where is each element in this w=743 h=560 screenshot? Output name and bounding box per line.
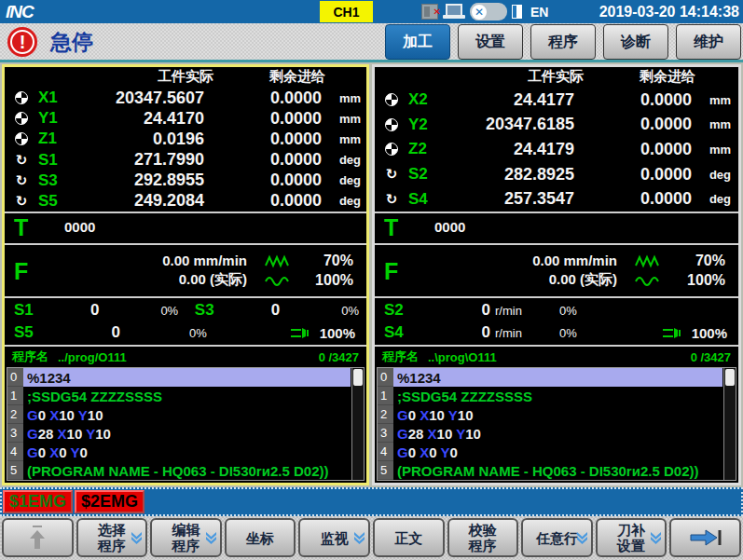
chevron-down-icon (205, 531, 217, 544)
rotary-axis-icon: ↻ (375, 191, 408, 208)
linear-axis-icon (5, 91, 38, 104)
spindle-override: 100% (290, 325, 359, 341)
axis-row-S4: ↻ S4 257.3547 0.0000 deg (375, 186, 733, 212)
axis-unit: deg (322, 173, 361, 187)
feed-override-icon (264, 254, 290, 268)
program-code-view[interactable]: 0 %1234 1 ;SSDG54 ZZZZSSSS 2 G0 X10 Y10 … (7, 367, 365, 481)
softkey-4[interactable]: 监视 (298, 518, 370, 557)
softkey-8[interactable]: 刀补 设置 (596, 518, 667, 557)
spindle-override: 100% (662, 325, 731, 341)
softkey-0[interactable] (2, 518, 74, 557)
line-number: 4 (378, 443, 393, 461)
axis-unit: mm (322, 132, 361, 146)
axis-name: S2 (408, 165, 453, 184)
spindle-load: 0% (134, 304, 178, 318)
axis-row-S1: ↻ S1 271.7990 0.0000 deg (5, 150, 361, 171)
program-scrollbar[interactable] (723, 368, 736, 480)
program-line-3[interactable]: 3 G28 X10 Y10 (378, 424, 736, 443)
close-capsule[interactable]: ✕ (470, 3, 507, 20)
spindle-load: 0% (533, 304, 577, 318)
channel-1-panel: 工件实际 剩余进给 X1 20347.5607 0.0000 mm Y1 24.… (2, 64, 369, 485)
next-page-icon (689, 528, 722, 547)
spindle-name: S1 (14, 301, 50, 320)
axis-remain-value: 0.0000 (204, 89, 322, 108)
program-path: ../prog/O111 (58, 350, 127, 364)
axis-row-Y2: Y2 20347.6185 0.0000 mm (375, 113, 733, 138)
tab-0[interactable]: 加工 (385, 24, 450, 60)
axis-name: S1 (38, 151, 83, 170)
spindle-override-icon (662, 327, 684, 339)
softkey-9[interactable] (669, 518, 741, 557)
program-line-0[interactable]: 0 %1234 (7, 368, 364, 387)
axis-remain-value: 0.0000 (204, 109, 322, 129)
feed-section: F 0.00 mm/min 0.00 (实际) 70% 100% (375, 243, 738, 296)
program-line-1[interactable]: 1 ;SSDG54 ZZZZSSSS (378, 387, 736, 405)
axis-actual-value: 249.2084 (83, 191, 204, 211)
chevron-down-icon (576, 531, 588, 544)
spindle-line: S1 0 0% S3 0 0% (14, 300, 359, 321)
softkey-1[interactable]: 选择 程序 (76, 518, 148, 557)
alarm-status-label: 急停 (50, 28, 93, 57)
softkey-3[interactable]: 坐标 (225, 518, 296, 557)
axis-unit: deg (322, 153, 361, 167)
axis-unit: deg (692, 192, 731, 206)
linear-axis-icon (375, 93, 408, 106)
language-indicator: EN (530, 5, 548, 20)
line-number: 4 (7, 443, 23, 461)
program-scrollbar[interactable] (351, 368, 364, 480)
titlebar-icons: ✕ EN (421, 0, 548, 23)
axis-unit: mm (692, 143, 731, 157)
program-line-3[interactable]: 3 G28 X10 Y10 (7, 424, 364, 443)
feed-override-value: 70% (290, 253, 359, 269)
linear-axis-icon (375, 118, 408, 131)
feed-programmed: 0.00 mm/min (421, 253, 617, 268)
line-number: 5 (7, 461, 23, 480)
softkey-6[interactable]: 校验 程序 (447, 518, 519, 557)
rotary-axis-icon: ↻ (375, 166, 408, 183)
program-line-0[interactable]: 0 %1234 (378, 368, 736, 387)
softkey-2[interactable]: 编辑 程序 (150, 518, 222, 557)
program-line-1[interactable]: 1 ;SSDG54 ZZZZSSSS (7, 387, 364, 405)
axis-header: 工件实际 剩余进给 (5, 68, 361, 88)
program-line-4[interactable]: 4 G0 X0 Y0 (7, 443, 364, 461)
spindle-override-icon (290, 327, 312, 339)
program-line-5[interactable]: 5 (PROGRAM NAME - HQ063 - DI530rи2.5 D02… (7, 461, 364, 480)
spindle-speed: 0 (59, 323, 120, 342)
axis-name: S3 (38, 171, 83, 190)
axis-name: Y1 (38, 109, 83, 128)
softkey-5[interactable]: 正文 (373, 518, 445, 557)
line-number: 0 (7, 368, 23, 387)
remaining-feed-header: 剩余进给 (213, 68, 325, 88)
tool-label: T (384, 215, 421, 239)
axis-actual-value: 0.0196 (83, 130, 204, 149)
axis-name: S4 (408, 190, 453, 209)
scrollbar-thumb[interactable] (353, 369, 363, 386)
rapid-override-icon (264, 274, 292, 288)
program-line-4[interactable]: 4 G0 X0 Y0 (378, 443, 736, 461)
tab-4[interactable]: 维护 (676, 24, 741, 60)
laptop-icon (443, 4, 465, 20)
program-line-5[interactable]: 5 (PROGRAM NAME - HQ063 - DI530rи2.5 D02… (378, 461, 736, 480)
program-line-2[interactable]: 2 G0 X10 Y10 (378, 405, 736, 424)
close-icon[interactable]: ✕ (472, 5, 487, 20)
axis-actual-value: 282.8925 (453, 165, 574, 184)
spindle-section: S1 0 0% S3 0 0% S5 0 0% 100% (5, 296, 366, 345)
tab-1[interactable]: 设置 (458, 24, 523, 60)
axis-remain-value: 0.0000 (574, 165, 692, 184)
axis-unit: mm (692, 93, 731, 107)
program-line-counter: 0 /3427 (319, 350, 359, 364)
program-line-2[interactable]: 2 G0 X10 Y10 (7, 405, 364, 424)
axis-remain-value: 0.0000 (204, 191, 322, 211)
spindle-line: S5 0 0% 100% (14, 322, 359, 343)
page-up-icon (25, 525, 49, 551)
softkey-7[interactable]: 任意行 (521, 518, 593, 557)
main-area: 工件实际 剩余进给 X1 20347.5607 0.0000 mm Y1 24.… (0, 62, 743, 487)
tab-3[interactable]: 诊断 (603, 24, 668, 60)
spindle-speed: 0 (230, 301, 280, 320)
scrollbar-thumb[interactable] (725, 369, 735, 386)
program-section: 程序名 ..\prog\O111 0 /3427 0 %1234 1 ;SSDG… (375, 345, 738, 483)
program-code-view[interactable]: 0 %1234 1 ;SSDG54 ZZZZSSSS 2 G0 X10 Y10 … (377, 367, 736, 481)
tab-2[interactable]: 程序 (530, 24, 596, 60)
channel-indicator[interactable]: CH1 (320, 1, 373, 22)
axis-row-S5: ↻ S5 249.2084 0.0000 deg (5, 191, 361, 212)
